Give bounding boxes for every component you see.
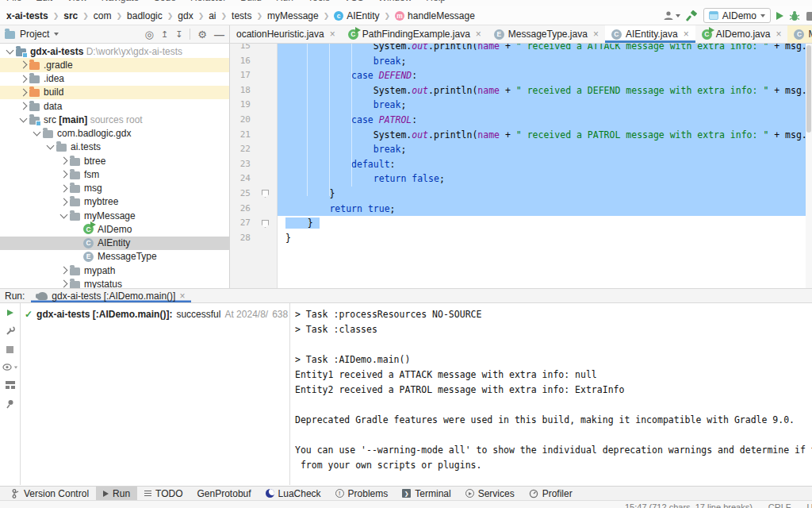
tab-close-icon[interactable]: × <box>330 29 335 40</box>
filter-eye-button[interactable] <box>2 364 18 371</box>
breadcrumb-item[interactable]: src <box>62 10 79 21</box>
breadcrumb-item[interactable]: ai <box>207 10 217 21</box>
toolwindow-button-terminal[interactable]: ❯Terminal <box>395 487 458 500</box>
tab-close-icon[interactable]: × <box>684 29 689 40</box>
encoding-selector[interactable]: UTF-8 <box>807 502 812 508</box>
project-panel-title[interactable]: Project <box>20 29 49 40</box>
chevron-down-icon[interactable] <box>46 142 54 150</box>
menu-item[interactable]: Run <box>276 0 293 6</box>
breadcrumb-item[interactable]: x-ai-tests <box>5 10 50 21</box>
breadcrumb-item[interactable]: mhandleMessage <box>393 10 477 21</box>
pin-icon[interactable] <box>6 399 14 409</box>
chevron-right-icon[interactable] <box>59 280 67 288</box>
tree-row[interactable]: data <box>0 99 229 113</box>
tab-close-icon[interactable]: × <box>476 29 481 40</box>
menu-item[interactable]: Edit <box>36 0 52 6</box>
chevron-right-icon[interactable] <box>19 75 27 83</box>
chevron-right-icon[interactable] <box>19 102 27 110</box>
chevron-right-icon[interactable] <box>19 61 27 69</box>
menu-item[interactable]: Code <box>153 0 176 6</box>
expand-all-icon[interactable]: ↥ <box>161 29 168 40</box>
breadcrumb-item[interactable]: cAIEntity <box>332 10 381 21</box>
editor-tab[interactable]: CPathFindingExample.java× <box>342 25 488 43</box>
run-console[interactable]: > Task :processResources NO-SOURCE> Task… <box>295 303 812 485</box>
tab-close-icon[interactable]: × <box>593 29 599 40</box>
project-view-caret-icon[interactable] <box>54 33 59 36</box>
chevron-right-icon[interactable] <box>19 88 27 96</box>
toolwindow-button-version-control[interactable]: Version Control <box>5 487 96 500</box>
chevron-right-icon[interactable] <box>59 198 67 206</box>
close-icon[interactable]: × <box>179 291 185 302</box>
rerun-button[interactable] <box>7 310 13 316</box>
breadcrumb-item[interactable]: tests <box>230 10 253 21</box>
tree-row[interactable]: ai.tests <box>0 140 229 154</box>
tree-row[interactable]: com.badlogic.gdx <box>0 127 229 140</box>
run-result-tree[interactable]: ✓ gdx-ai-tests [:AIDemo.main()]: success… <box>21 303 289 485</box>
toolwindow-button-problems[interactable]: !Problems <box>328 487 396 500</box>
settings-gear-icon[interactable]: ⚙ <box>197 29 207 40</box>
tree-row[interactable]: mypath <box>0 264 229 277</box>
chevron-down-icon[interactable] <box>59 210 67 218</box>
editor-tab[interactable]: CMessageDisp <box>787 25 812 43</box>
chevron-down-icon[interactable] <box>19 114 27 122</box>
menu-item[interactable]: Refactor <box>190 0 226 6</box>
chevron-down-icon[interactable] <box>33 129 40 137</box>
menu-item[interactable]: Tools <box>308 0 330 6</box>
tree-row[interactable]: mystatus <box>0 277 229 288</box>
collapse-all-icon[interactable]: ↧ <box>175 29 182 40</box>
toolwindow-button-profiler[interactable]: Profiler <box>522 487 580 500</box>
tree-row[interactable]: btree <box>0 154 229 167</box>
debug-button[interactable] <box>789 10 800 21</box>
build-hammer-icon[interactable] <box>686 10 698 21</box>
run-button[interactable] <box>776 12 783 20</box>
wrench-icon[interactable] <box>6 326 15 336</box>
breadcrumb-item[interactable]: badlogic <box>125 10 164 21</box>
run-config-selector[interactable]: AIDemo <box>703 8 771 23</box>
stop-button[interactable] <box>6 346 13 353</box>
tree-row[interactable]: .gradle <box>0 58 229 71</box>
menu-item[interactable]: Help <box>426 0 446 6</box>
chevron-right-icon[interactable] <box>59 184 67 192</box>
editor-tab[interactable]: EMessageType.java× <box>488 25 605 43</box>
tab-close-icon[interactable]: × <box>776 29 781 40</box>
chevron-right-icon[interactable] <box>59 171 67 179</box>
tree-row[interactable]: src [main] sources root <box>0 113 229 126</box>
run-tab[interactable]: gdx-ai-tests [:AIDemo.main()] × <box>31 289 191 302</box>
menu-item[interactable]: VCS <box>344 0 364 6</box>
tree-row[interactable]: mybtree <box>0 195 229 209</box>
hide-panel-icon[interactable]: — <box>214 29 224 40</box>
toolwindow-button-services[interactable]: Services <box>458 487 522 500</box>
menu-item[interactable]: Navigate <box>102 0 139 6</box>
breadcrumb-item[interactable]: com <box>92 10 113 21</box>
scrollbar-thumb[interactable] <box>806 45 811 133</box>
menu-item[interactable]: File <box>6 0 21 6</box>
editor-scrollbar[interactable] <box>806 44 812 288</box>
menu-item[interactable]: Window <box>378 0 412 6</box>
menu-item[interactable]: Build <box>240 0 262 6</box>
panel-divider[interactable] <box>289 303 290 485</box>
toolwindow-button-genprotobuf[interactable]: GenProtobuf <box>190 487 259 500</box>
editor-tab[interactable]: CAIDemo.java× <box>695 25 788 43</box>
layout-icon[interactable] <box>6 381 15 389</box>
toolwindow-button-luacheck[interactable]: LuaCheck <box>259 487 328 500</box>
tree-row[interactable]: CAIEntity <box>0 237 229 250</box>
editor-tab[interactable]: CAIEntity.java× <box>605 25 695 43</box>
line-ending-selector[interactable]: CRLF <box>768 502 791 508</box>
toolwindow-button-run[interactable]: Run <box>96 487 137 500</box>
chevron-right-icon[interactable] <box>59 267 67 275</box>
breadcrumb-item[interactable]: gdx <box>176 10 194 21</box>
menu-item[interactable]: View <box>67 0 87 6</box>
run-result-row[interactable]: ✓ gdx-ai-tests [:AIDemo.main()]: success… <box>25 306 288 321</box>
tree-row[interactable]: build <box>0 86 229 99</box>
tree-row[interactable]: msg <box>0 182 229 195</box>
coverage-icon[interactable] <box>806 10 812 21</box>
toolwindow-button-todo[interactable]: TODO <box>137 487 190 500</box>
chevron-right-icon[interactable] <box>59 157 67 165</box>
tree-row[interactable]: gdx-ai-tests D:\work\yx\gdx-ai-tests <box>0 44 229 58</box>
chevron-down-icon[interactable] <box>6 46 13 54</box>
tree-row[interactable]: fsm <box>0 167 229 181</box>
tree-row[interactable]: .idea <box>0 72 229 86</box>
tree-row[interactable]: myMessage <box>0 209 229 222</box>
editor-tab[interactable]: ocationHeuristic.java× <box>230 25 342 43</box>
caret-position-info[interactable]: 15:47 (712 chars, 17 line breaks) <box>625 502 753 508</box>
